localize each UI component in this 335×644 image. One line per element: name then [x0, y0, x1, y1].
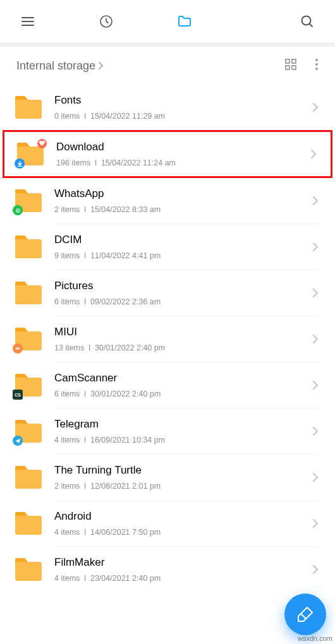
miui-badge-icon: MI	[13, 343, 23, 354]
folder-text: Download 196 items l 15/04/2022 11:24 am	[56, 141, 310, 167]
folder-glyph	[14, 464, 43, 491]
folder-text: FilmMaker 4 items l 23/04/2021 2:40 pm	[54, 556, 312, 583]
folder-row[interactable]: DCIM 9 items l 11/04/2022 4:41 pm	[0, 224, 335, 270]
folder-meta: 4 items l 16/09/2021 10:34 pm	[54, 436, 307, 444]
folder-glyph	[16, 141, 45, 167]
folder-name: Fonts	[54, 94, 307, 107]
svg-rect-9	[292, 66, 296, 69]
folder-glyph	[14, 188, 43, 214]
folder-meta: 2 items l 12/08/2021 2:01 pm	[54, 482, 307, 491]
folder-meta: 196 items l 15/04/2022 11:24 am	[56, 158, 305, 167]
chevron-right-icon	[312, 379, 319, 391]
svg-point-11	[315, 63, 318, 66]
folder-meta: 9 items l 11/04/2022 4:41 pm	[54, 251, 307, 260]
folder-row[interactable]: The Turning Turtle 2 items l 12/08/2021 …	[0, 455, 335, 500]
chevron-right-icon	[312, 472, 319, 483]
folder-meta: 4 items l 23/04/2021 2:40 pm	[54, 574, 307, 583]
svg-point-10	[315, 59, 318, 61]
folder-glyph	[14, 418, 43, 444]
breadcrumb-label: Internal storage	[16, 59, 95, 73]
folder-row[interactable]: Pictures 6 items l 09/02/2022 2:36 am	[0, 270, 335, 316]
folder-name: Telegram	[54, 418, 307, 431]
folder-glyph	[14, 280, 43, 306]
folder-text: Android 4 items l 14/06/2021 7:50 pm	[54, 510, 312, 537]
svg-rect-6	[286, 59, 289, 63]
svg-line-5	[310, 24, 313, 27]
breadcrumb-bar: Internal storage	[0, 47, 335, 85]
grid-icon	[284, 58, 297, 71]
folder-meta: 6 items l 30/01/2022 2:40 pm	[54, 390, 307, 398]
recent-tab[interactable]	[92, 14, 120, 29]
chevron-right-icon	[312, 102, 319, 113]
folder-meta: 2 items l 15/04/2022 8:33 am	[54, 205, 307, 214]
breadcrumb[interactable]: Internal storage	[16, 59, 104, 73]
folder-glyph	[14, 234, 43, 260]
folder-row[interactable]: Fonts 0 items l 15/04/2022 11:29 am	[0, 85, 335, 130]
folder-name: MIUI	[54, 326, 307, 338]
svg-rect-8	[286, 66, 289, 69]
search-icon	[300, 14, 315, 29]
folder-name: FilmMaker	[54, 556, 307, 569]
download-badge-icon	[15, 158, 25, 169]
folder-row[interactable]: MI MIUI 13 items l 30/01/2022 2:40 pm	[0, 316, 335, 362]
folder-row[interactable]: Telegram 4 items l 16/09/2021 10:34 pm	[0, 408, 335, 454]
folder-meta: 0 items l 15/04/2022 11:29 am	[54, 112, 307, 121]
folder-glyph	[14, 94, 43, 121]
kebab-icon	[315, 58, 319, 71]
svg-point-12	[315, 68, 318, 70]
more-options[interactable]	[315, 58, 319, 73]
clean-fab[interactable]	[284, 593, 326, 635]
folder-name: Pictures	[54, 280, 307, 292]
chevron-right-icon	[312, 333, 319, 345]
folder-glyph: MI	[14, 326, 43, 352]
chevron-right-icon	[98, 61, 104, 70]
folder-text: DCIM 9 items l 11/04/2022 4:41 pm	[54, 234, 312, 260]
folder-icon	[177, 14, 192, 29]
folder-text: Pictures 6 items l 09/02/2022 2:36 am	[54, 280, 312, 306]
folder-row[interactable]: Android 4 items l 14/06/2021 7:50 pm	[0, 501, 335, 546]
svg-point-14	[16, 208, 19, 212]
folder-text: Telegram 4 items l 16/09/2021 10:34 pm	[54, 418, 312, 444]
chevron-right-icon	[310, 148, 317, 160]
folder-list: Fonts 0 items l 15/04/2022 11:29 am Down…	[0, 85, 335, 592]
folder-text: The Turning Turtle 2 items l 12/08/2021 …	[54, 464, 312, 491]
folder-text: CamScanner 6 items l 30/01/2022 2:40 pm	[54, 372, 312, 398]
chevron-right-icon	[312, 564, 319, 575]
folder-glyph	[14, 556, 43, 583]
folder-meta: 6 items l 09/02/2022 2:36 am	[54, 297, 307, 306]
search-button[interactable]	[293, 14, 321, 29]
folder-glyph	[14, 510, 43, 537]
hamburger-icon	[20, 14, 35, 29]
folder-row[interactable]: FilmMaker 4 items l 23/04/2021 2:40 pm	[0, 547, 335, 592]
brush-icon	[296, 605, 315, 624]
folder-row[interactable]: CS CamScanner 6 items l 30/01/2022 2:40 …	[0, 362, 335, 408]
svg-rect-7	[292, 59, 296, 63]
folder-text: MIUI 13 items l 30/01/2022 2:40 pm	[54, 326, 312, 352]
top-bar	[0, 0, 335, 43]
folder-row[interactable]: Download 196 items l 15/04/2022 11:24 am	[3, 130, 332, 178]
folder-glyph: CS	[14, 372, 43, 398]
folder-meta: 13 items l 30/01/2022 2:40 pm	[54, 343, 307, 352]
whatsapp-badge-icon	[13, 205, 23, 215]
files-tab[interactable]	[171, 14, 198, 29]
folder-row[interactable]: WhatsApp 2 items l 15/04/2022 8:33 am	[0, 178, 335, 224]
chevron-right-icon	[312, 287, 319, 299]
heart-badge-icon	[37, 139, 47, 148]
folder-name: DCIM	[54, 234, 307, 246]
watermark: wsxdn.com	[298, 635, 332, 642]
folder-name: Download	[56, 141, 305, 153]
folder-name: CamScanner	[54, 372, 307, 385]
folder-text: Fonts 0 items l 15/04/2022 11:29 am	[54, 94, 312, 121]
menu-button[interactable]	[14, 14, 42, 29]
folder-name: The Turning Turtle	[54, 464, 307, 477]
chevron-right-icon	[312, 518, 319, 529]
chevron-right-icon	[312, 195, 319, 206]
chevron-right-icon	[312, 426, 319, 437]
telegram-badge-icon	[13, 436, 23, 446]
view-toggle[interactable]	[284, 58, 297, 73]
chevron-right-icon	[312, 241, 319, 253]
folder-meta: 4 items l 14/06/2021 7:50 pm	[54, 528, 307, 537]
folder-text: WhatsApp 2 items l 15/04/2022 8:33 am	[54, 188, 312, 214]
clock-icon	[99, 14, 114, 29]
folder-name: Android	[54, 510, 307, 523]
